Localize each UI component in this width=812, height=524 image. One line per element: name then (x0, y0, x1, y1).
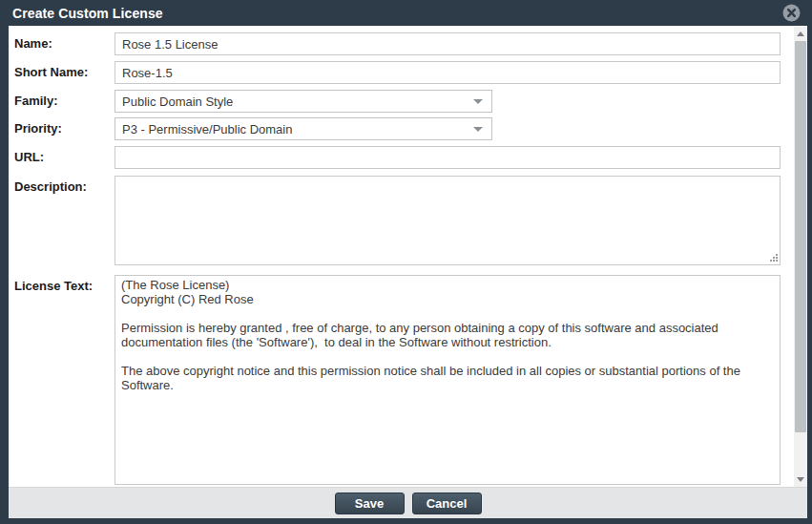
caret-down-icon (797, 477, 804, 482)
priority-select-value: P3 - Permissive/Public Domain (122, 122, 473, 136)
dialog-scrollbar[interactable] (794, 27, 807, 487)
description-field (115, 176, 781, 265)
scroll-down-button[interactable] (794, 472, 807, 487)
name-input[interactable] (115, 32, 781, 55)
family-label: Family: (14, 90, 115, 113)
resize-grip-icon[interactable] (768, 252, 779, 262)
license-form: Name: Short Name: Family: Public Domain … (9, 26, 807, 485)
license-text-textarea[interactable]: (The Rose License) Copyright (C) Red Ros… (115, 275, 781, 485)
caret-down-icon (473, 127, 483, 132)
license-text-field: (The Rose License) Copyright (C) Red Ros… (115, 275, 781, 485)
url-row: URL: (14, 146, 807, 169)
close-icon[interactable] (782, 4, 801, 22)
save-button[interactable]: Save (335, 493, 405, 514)
caret-down-icon (473, 99, 483, 104)
family-row: Family: Public Domain Style (14, 90, 807, 113)
family-select[interactable]: Public Domain Style (115, 90, 492, 113)
priority-label: Priority: (14, 117, 115, 140)
scrollbar-thumb[interactable] (795, 41, 806, 432)
short-name-label: Short Name: (14, 61, 115, 84)
license-text-row: License Text: (The Rose License) Copyrig… (14, 275, 807, 485)
caret-up-icon (797, 31, 804, 36)
dialog-footer: Save Cancel (9, 487, 807, 518)
priority-select[interactable]: P3 - Permissive/Public Domain (115, 117, 492, 140)
scroll-up-button[interactable] (794, 27, 807, 41)
description-label: Description: (14, 176, 115, 195)
create-custom-license-dialog: Create Custom License Name: Short Name: … (0, 0, 812, 524)
short-name-input[interactable] (115, 61, 781, 84)
name-row: Name: (14, 32, 807, 55)
description-textarea[interactable] (115, 176, 781, 265)
url-label: URL: (14, 146, 115, 169)
url-input[interactable] (115, 146, 781, 169)
cancel-button[interactable]: Cancel (412, 493, 482, 514)
name-label: Name: (14, 32, 115, 55)
description-row: Description: (14, 176, 807, 265)
family-select-value: Public Domain Style (122, 94, 473, 109)
dialog-body: Name: Short Name: Family: Public Domain … (9, 26, 807, 487)
dialog-titlebar: Create Custom License (0, 0, 812, 26)
license-text-label: License Text: (14, 275, 115, 294)
priority-row: Priority: P3 - Permissive/Public Domain (14, 117, 807, 140)
short-name-row: Short Name: (14, 61, 807, 84)
circle-x-icon (782, 4, 801, 22)
dialog-title: Create Custom License (12, 6, 163, 21)
